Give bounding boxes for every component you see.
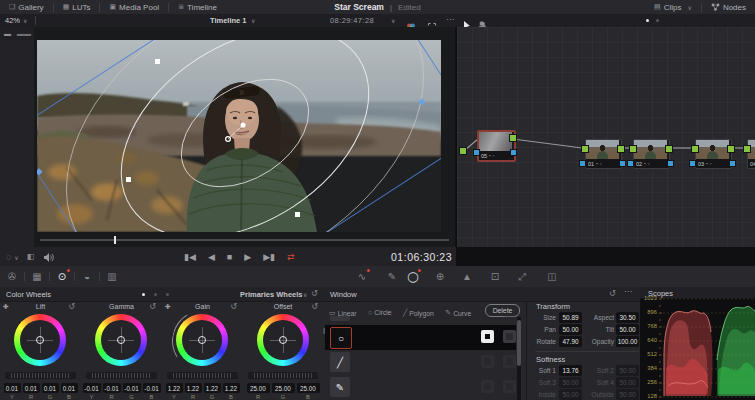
lift-master-slider[interactable] — [5, 372, 76, 379]
curves-icon[interactable]: ∿ — [350, 271, 374, 282]
node-03-key-out[interactable] — [729, 160, 736, 167]
power-window-overlay[interactable] — [37, 40, 441, 232]
soft3-field[interactable]: 50.00 — [559, 377, 582, 388]
window-icon[interactable]: ◯ — [401, 271, 425, 282]
gain-r-value[interactable]: 1.22 — [185, 383, 202, 393]
window-list-row-partial[interactable]: ▧ — [325, 316, 516, 324]
skip-end-button[interactable]: ▶▮ — [263, 252, 275, 262]
node-02-rgb-out[interactable] — [665, 145, 673, 153]
node-02-key-out[interactable] — [667, 160, 674, 167]
color-wheels-icon[interactable]: ⊙ — [50, 271, 74, 282]
window-list-row-polygon[interactable]: ╱ — [325, 350, 516, 375]
loop-button[interactable]: ⇄ — [287, 252, 295, 262]
node-02-key-in[interactable] — [627, 160, 634, 167]
source-input-square[interactable] — [459, 147, 467, 155]
timeline-selector[interactable]: Timeline 1 — [210, 16, 247, 25]
offset-reset-icon[interactable]: ↺ — [311, 302, 318, 311]
sizing-icon[interactable]: ⤢ — [510, 271, 534, 283]
gamma-master-slider[interactable] — [86, 372, 157, 379]
soft4-field[interactable]: 50.00 — [616, 377, 639, 388]
play-button[interactable]: ▶ — [244, 252, 251, 262]
node-04-rgb-in[interactable] — [743, 145, 751, 153]
rgb-mixer-icon[interactable]: ▥ — [100, 271, 124, 282]
node-01-key-in[interactable] — [579, 160, 586, 167]
node-03-key-in[interactable] — [689, 160, 696, 167]
gallery-panel[interactable] — [0, 40, 35, 247]
window-list-row-circle-selected[interactable]: ○ — [325, 325, 516, 350]
window-mask-toggle[interactable] — [503, 380, 516, 393]
aspect-field[interactable]: 30.50 — [616, 312, 639, 323]
nodes-button[interactable]: Nodes — [702, 0, 755, 14]
node-page-dot[interactable] — [656, 19, 659, 22]
window-list-row-curve[interactable]: ✎ — [325, 375, 516, 400]
audio-mute-icon[interactable] — [44, 248, 54, 266]
node-page-dot-active[interactable] — [646, 19, 649, 22]
tilt-field[interactable]: 50.00 — [616, 324, 639, 335]
node-03-rgb-in[interactable] — [691, 145, 699, 153]
gain-b-value[interactable]: 1.22 — [223, 383, 240, 393]
gamma-r-value[interactable]: -0.01 — [103, 383, 121, 393]
window-list-scrollbar[interactable] — [517, 317, 521, 400]
offset-g-value[interactable]: 25.00 — [272, 383, 295, 393]
viewer-scrub-bar[interactable] — [40, 239, 449, 241]
node-02[interactable]: 02▪▫ — [633, 139, 670, 169]
viewer-zoom-select[interactable]: 42% — [5, 16, 20, 25]
media-pool-button[interactable]: ▣ Media Pool — [100, 0, 168, 14]
gallery-button[interactable]: ❏ Gallery — [0, 0, 53, 14]
pan-field[interactable]: 50.00 — [559, 324, 582, 335]
offset-color-wheel[interactable] — [257, 314, 309, 366]
viewer-playhead[interactable] — [114, 236, 116, 244]
gamma-reset-icon[interactable]: ↺ — [149, 302, 156, 311]
node-05-key-in[interactable] — [473, 149, 480, 156]
gamma-color-wheel[interactable] — [95, 314, 147, 366]
gain-reset-icon[interactable]: ↺ — [230, 302, 237, 311]
node-graph-panel[interactable]: 05▪▫ 01▪▫ 02▪▫ 03▪▫ 04 — [456, 27, 755, 247]
node-01-key-out[interactable] — [619, 160, 626, 167]
wheels-mode-select[interactable]: Primaries Wheels — [240, 290, 303, 299]
node-05-rgb-out[interactable] — [509, 134, 517, 142]
size-field[interactable]: 50.89 — [559, 312, 582, 323]
node-02-rgb-in[interactable] — [629, 145, 637, 153]
clips-button[interactable]: ▤ Clips ∨ — [645, 0, 701, 14]
soft1-field[interactable]: 13.76 — [559, 365, 582, 376]
node-03-rgb-out[interactable] — [727, 145, 735, 153]
node-01[interactable]: 01▪▫ — [585, 139, 622, 169]
node-03[interactable]: 03▪▫ — [695, 139, 732, 169]
hdr-grade-icon[interactable]: ◒ — [75, 271, 99, 282]
blur-icon[interactable]: ▲ — [455, 271, 479, 282]
gain-y-value[interactable]: 1.22 — [166, 383, 183, 393]
rotate-field[interactable]: 47.90 — [559, 336, 582, 347]
offset-b-value[interactable]: 25.00 — [297, 383, 320, 393]
gamma-y-value[interactable]: -0.01 — [83, 383, 101, 393]
circle-window-tool[interactable]: ○Circle — [368, 309, 392, 316]
luts-button[interactable]: ▦ LUTs — [54, 0, 100, 14]
window-mask-toggle[interactable] — [503, 355, 516, 368]
node-01-rgb-in[interactable] — [581, 145, 589, 153]
gain-master-slider[interactable] — [167, 372, 238, 379]
image-wipe-icon[interactable]: ◧ — [27, 252, 35, 261]
stereo-3d-icon[interactable]: ◫ — [540, 271, 564, 282]
offset-master-slider[interactable] — [248, 372, 318, 379]
camera-raw-icon[interactable]: ✇ — [0, 271, 24, 282]
gain-g-value[interactable]: 1.22 — [204, 383, 221, 393]
gamma-g-value[interactable]: -0.01 — [123, 383, 141, 393]
viewer-mode-icon[interactable]: ◌∨ — [6, 252, 19, 262]
outside-field[interactable]: 50.00 — [616, 389, 639, 400]
lift-b-value[interactable]: 0.01 — [61, 383, 78, 393]
lift-reset-icon[interactable]: ↺ — [68, 302, 75, 311]
window-active-toggle[interactable] — [481, 355, 494, 368]
offset-r-value[interactable]: 25.00 — [247, 383, 270, 393]
window-active-toggle[interactable] — [481, 330, 494, 343]
color-match-icon[interactable]: ▦ — [25, 271, 49, 282]
step-back-button[interactable]: ◀ — [208, 252, 215, 262]
lift-g-value[interactable]: 0.01 — [42, 383, 59, 393]
inside-field[interactable]: 50.00 — [559, 389, 582, 400]
key-icon[interactable]: ⊡ — [483, 271, 507, 282]
lift-r-value[interactable]: 0.01 — [23, 383, 40, 393]
tracker-icon[interactable]: ⊕ — [428, 271, 452, 282]
reset-all-icon[interactable]: ↺ — [311, 289, 318, 298]
stop-button[interactable]: ■ — [227, 252, 232, 262]
wheels-page-dot[interactable] — [166, 293, 169, 296]
stills-grid-icon[interactable]: ▬▬ — [17, 30, 31, 37]
timeline-button[interactable]: ≣ Timeline — [169, 0, 226, 14]
